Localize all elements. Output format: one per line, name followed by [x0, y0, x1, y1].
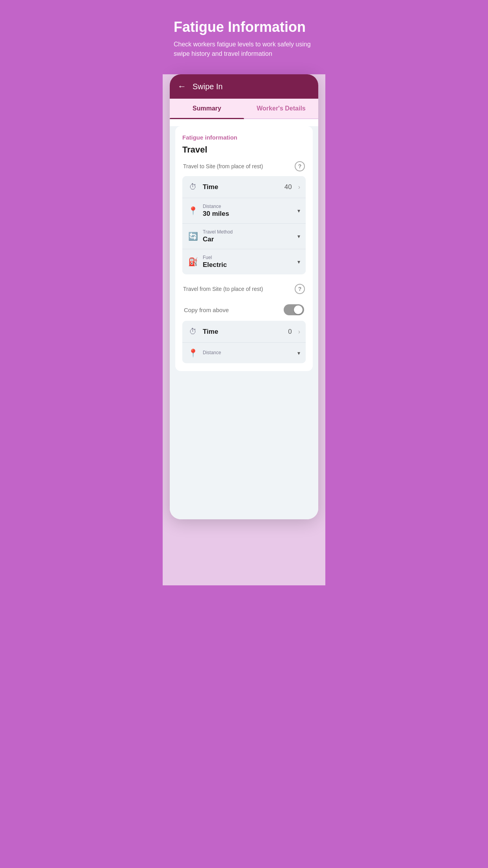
toggle-knob: [294, 305, 303, 314]
section-label: Fatigue information: [182, 134, 306, 141]
travel-to-site-header: Travel to Site (from place of rest) ?: [182, 161, 306, 171]
travel-to-site-fields: ⏱ Time 40 › 📍 Distance 30 miles ▾: [182, 176, 306, 274]
distance-from-field-content: Distance: [203, 350, 293, 356]
travel-method-field-content: Travel Method Car: [203, 229, 293, 243]
copy-toggle[interactable]: [284, 304, 304, 315]
clock-from-icon: ⏱: [188, 327, 198, 336]
phone-frame: ← Swipe In Summary Worker's Details Fati…: [170, 74, 318, 519]
fuel-field-content: Fuel Electric: [203, 255, 293, 269]
tabs-bar: Summary Worker's Details: [170, 99, 318, 119]
travel-method-label: Travel Method: [203, 229, 293, 235]
travel-from-site-header: Travel from Site (to place of rest) ?: [182, 284, 306, 294]
clock-icon: ⏱: [188, 182, 198, 191]
fuel-field-row[interactable]: ⛽ Fuel Electric ▾: [182, 249, 306, 274]
tab-workers-details[interactable]: Worker's Details: [244, 99, 318, 118]
distance-from-label: Distance: [203, 350, 293, 355]
travel-method-value: Car: [203, 235, 293, 243]
header-title: Swipe In: [193, 82, 223, 91]
car-icon: 🔄: [188, 232, 198, 241]
fuel-label: Fuel: [203, 255, 293, 260]
travel-from-site-fields: ⏱ Time 0 › 📍 Distance ▾: [182, 321, 306, 363]
distance-chevron-icon: ▾: [297, 208, 300, 214]
time-chevron-icon: ›: [298, 184, 300, 191]
phone-content: Fatigue information Travel Travel to Sit…: [170, 126, 318, 519]
fuel-value: Electric: [203, 261, 293, 269]
time-from-chevron-icon: ›: [298, 328, 300, 335]
time-field-row[interactable]: ⏱ Time 40 ›: [182, 176, 306, 198]
travel-method-field-row[interactable]: 🔄 Travel Method Car ▾: [182, 224, 306, 249]
copy-from-above-row: Copy from above: [182, 299, 306, 321]
hero-title: Fatigue Information: [174, 19, 314, 35]
distance-value: 30 miles: [203, 210, 293, 218]
travel-from-site-help-button[interactable]: ?: [295, 284, 305, 294]
hero-section: Fatigue Information Check workers fatigu…: [163, 0, 325, 82]
hero-description: Check workers fatigue levels to work saf…: [174, 40, 314, 59]
phone-container: ← Swipe In Summary Worker's Details Fati…: [163, 74, 325, 585]
distance-from-field-row[interactable]: 📍 Distance ▾: [182, 343, 306, 363]
back-button[interactable]: ←: [178, 81, 186, 92]
time-value: 40: [284, 183, 292, 191]
travel-from-site-label: Travel from Site (to place of rest): [183, 286, 263, 292]
fuel-icon: ⛽: [188, 257, 198, 267]
fuel-chevron-icon: ▾: [297, 259, 300, 265]
distance-from-chevron-icon: ▾: [297, 350, 300, 356]
distance-label: Distance: [203, 204, 293, 209]
location-icon: 📍: [188, 206, 198, 215]
fatigue-info-card: Fatigue information Travel Travel to Sit…: [175, 126, 313, 371]
time-from-field-row[interactable]: ⏱ Time 0 ›: [182, 321, 306, 343]
location-from-icon: 📍: [188, 348, 198, 358]
distance-field-content: Distance 30 miles: [203, 204, 293, 218]
phone-header: ← Swipe In: [170, 74, 318, 99]
section-title: Travel: [182, 145, 306, 155]
distance-field-row[interactable]: 📍 Distance 30 miles ▾: [182, 198, 306, 224]
copy-label: Copy from above: [184, 307, 229, 313]
travel-to-site-help-button[interactable]: ?: [295, 161, 305, 171]
time-from-value: 0: [288, 328, 292, 336]
travel-to-site-label: Travel to Site (from place of rest): [183, 163, 263, 169]
tab-summary[interactable]: Summary: [170, 99, 244, 118]
travel-method-chevron-icon: ▾: [297, 233, 300, 239]
